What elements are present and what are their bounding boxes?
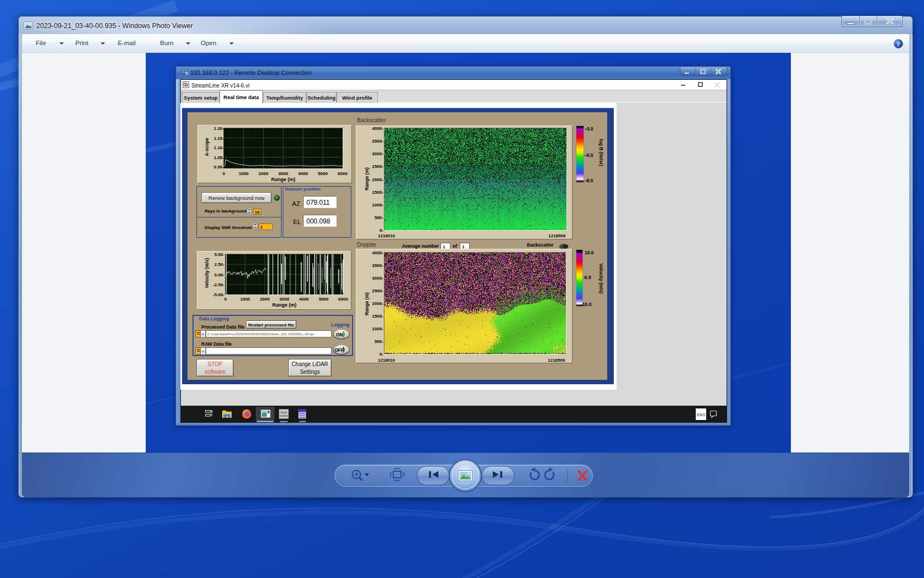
svg-text:OFF: OFF <box>334 347 344 353</box>
svg-text:ON: ON <box>336 332 343 337</box>
svg-text:ENG: ENG <box>697 413 705 417</box>
svg-text:?: ? <box>897 41 900 47</box>
svg-text:Scan: Scan <box>280 411 288 414</box>
svg-text:sched: sched <box>280 414 288 417</box>
